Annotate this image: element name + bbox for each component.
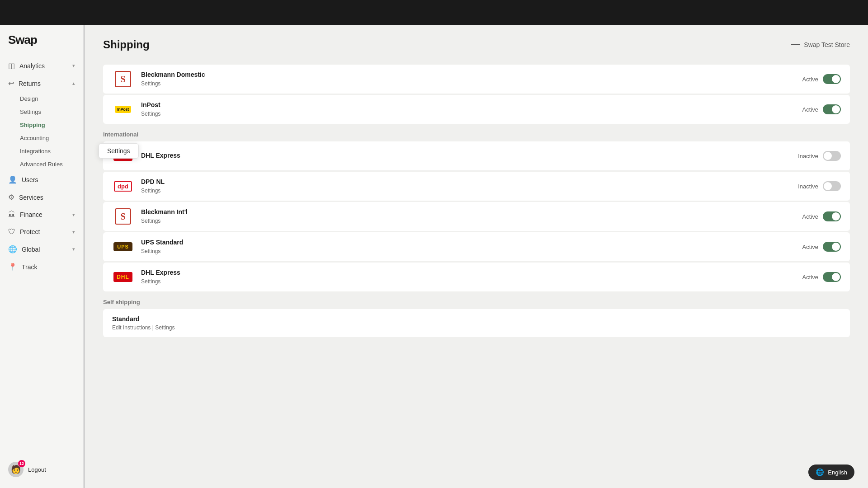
carrier-row-dhl-intl: DHL DHL Express Settings Inactive: [103, 141, 850, 171]
self-shipping-name: Standard: [112, 315, 841, 323]
chevron-down-icon: ▾: [72, 212, 75, 218]
sidebar-item-label: Returns: [19, 80, 41, 87]
carrier-settings-link[interactable]: Settings: [141, 218, 160, 224]
carrier-logo-bleckmann-intl: S: [112, 208, 134, 225]
sidebar-item-label: Global: [22, 246, 40, 253]
carrier-info: DHL Express Settings: [141, 269, 802, 285]
sidebar-item-label: Users: [22, 176, 38, 183]
carrier-info: DPD NL Settings: [141, 178, 798, 194]
carrier-settings-link[interactable]: Settings: [141, 111, 160, 117]
page-title: Shipping: [103, 38, 150, 51]
carrier-settings-link[interactable]: Settings: [141, 248, 160, 254]
carrier-name: Bleckmann Domestic: [141, 71, 802, 78]
sidebar-sub-design[interactable]: Design: [0, 92, 83, 105]
carrier-right: Active: [802, 104, 841, 114]
sidebar-sub-integrations[interactable]: Integrations: [0, 145, 83, 158]
store-indicator: Swap Test Store: [791, 41, 850, 48]
status-label: Inactive: [798, 153, 818, 160]
settings-link[interactable]: Settings: [155, 324, 175, 331]
carrier-name: UPS Standard: [141, 239, 802, 246]
language-label: English: [828, 469, 847, 476]
global-icon: 🌐: [8, 245, 17, 253]
globe-icon: 🌐: [816, 468, 824, 476]
page-header: Shipping Swap Test Store: [103, 38, 850, 51]
carrier-toggle[interactable]: [823, 74, 841, 84]
carrier-toggle[interactable]: [823, 242, 841, 252]
self-shipping-row: Standard Edit Instructions | Settings: [103, 309, 850, 337]
sidebar-item-global[interactable]: 🌐 Global ▾: [0, 240, 83, 258]
sidebar-sub-advanced-rules[interactable]: Advanced Rules: [0, 158, 83, 171]
carrier-row: S Bleckmann Domestic Settings Active: [103, 65, 850, 94]
carrier-right: Active: [802, 272, 841, 282]
sidebar-item-track[interactable]: 📍 Track: [0, 258, 83, 276]
carrier-right: Inactive: [798, 151, 841, 161]
settings-popup[interactable]: Settings: [99, 143, 139, 159]
carrier-name: DPD NL: [141, 178, 798, 185]
carrier-name: InPost: [141, 101, 802, 108]
app-logo[interactable]: Swap: [0, 33, 83, 57]
avatar: 🧑 12: [8, 462, 24, 477]
carrier-name: Bleckmann Int'l: [141, 208, 802, 216]
sidebar-item-finance[interactable]: 🏛 Finance ▾: [0, 206, 83, 223]
carrier-row-ups: UPS UPS Standard Settings Active: [103, 232, 850, 262]
domestic-section: S Bleckmann Domestic Settings Active InP…: [103, 65, 850, 124]
carrier-right: Active: [802, 74, 841, 84]
sidebar: Swap ◫ Analytics ▾ ↩ Returns ▴ Design Se…: [0, 25, 84, 488]
carrier-row-dpd: dpd DPD NL Settings Inactive: [103, 172, 850, 201]
carrier-info: UPS Standard Settings: [141, 239, 802, 255]
chevron-up-icon: ▴: [72, 80, 75, 86]
sidebar-item-analytics[interactable]: ◫ Analytics ▾: [0, 57, 83, 75]
carrier-info: DHL Express Settings: [141, 152, 798, 160]
carrier-name: DHL Express: [141, 152, 798, 159]
sidebar-item-users[interactable]: 👤 Users: [0, 171, 83, 188]
edit-instructions-link[interactable]: Edit Instructions: [112, 324, 151, 331]
carrier-settings-link[interactable]: Settings: [141, 278, 160, 285]
users-icon: 👤: [8, 175, 17, 184]
carrier-toggle[interactable]: [823, 151, 841, 161]
carrier-row-dhl-express: DHL DHL Express Settings Active: [103, 263, 850, 291]
carrier-logo-bleckmann: S: [112, 71, 134, 87]
logout-label[interactable]: Logout: [28, 466, 46, 473]
main-content: Shipping Swap Test Store S Bleckmann Dom…: [85, 25, 868, 488]
carrier-logo-dpd: dpd: [112, 178, 134, 194]
status-label: Inactive: [798, 183, 818, 190]
sidebar-item-label: Protect: [20, 228, 40, 235]
carrier-info: Bleckmann Int'l Settings: [141, 208, 802, 225]
carrier-settings-link[interactable]: Settings: [141, 188, 160, 194]
sidebar-item-services[interactable]: ⚙ Services: [0, 188, 83, 206]
analytics-icon: ◫: [8, 61, 15, 70]
carrier-name: DHL Express: [141, 269, 802, 276]
sidebar-item-label: Finance: [20, 211, 42, 218]
status-label: Active: [802, 213, 818, 220]
carrier-logo-inpost: InPost: [112, 101, 134, 117]
sidebar-sub-accounting[interactable]: Accounting: [0, 131, 83, 145]
carrier-toggle[interactable]: [823, 211, 841, 221]
returns-icon: ↩: [8, 79, 14, 88]
carrier-row: InPost InPost Settings Active: [103, 95, 850, 124]
logout-section[interactable]: 🧑 12 Logout: [0, 456, 83, 483]
status-label: Active: [802, 274, 818, 281]
top-bar: [0, 0, 868, 25]
protect-icon: 🛡: [8, 228, 15, 236]
status-label: Active: [802, 76, 818, 83]
sidebar-item-label: Analytics: [19, 62, 45, 70]
language-picker[interactable]: 🌐 English: [808, 465, 854, 480]
carrier-settings-link[interactable]: Settings: [141, 80, 160, 87]
carrier-toggle[interactable]: [823, 104, 841, 114]
carrier-toggle[interactable]: [823, 181, 841, 191]
carrier-row-bleckmann-intl: S Bleckmann Int'l Settings Active: [103, 202, 850, 231]
services-icon: ⚙: [8, 193, 14, 202]
chevron-down-icon: ▾: [72, 229, 75, 235]
sidebar-sub-shipping[interactable]: Shipping: [0, 118, 83, 131]
carrier-logo-ups: UPS: [112, 239, 134, 255]
status-label: Active: [802, 106, 818, 113]
carrier-toggle[interactable]: [823, 272, 841, 282]
chevron-down-icon: ▾: [72, 63, 75, 69]
self-shipping-links: Edit Instructions | Settings: [112, 324, 841, 331]
sidebar-item-protect[interactable]: 🛡 Protect ▾: [0, 223, 83, 240]
sidebar-item-returns[interactable]: ↩ Returns ▴: [0, 75, 83, 92]
sidebar-sub-settings[interactable]: Settings: [0, 105, 83, 118]
carrier-info: Bleckmann Domestic Settings: [141, 71, 802, 87]
carrier-info: InPost Settings: [141, 101, 802, 117]
carrier-right: Active: [802, 211, 841, 221]
